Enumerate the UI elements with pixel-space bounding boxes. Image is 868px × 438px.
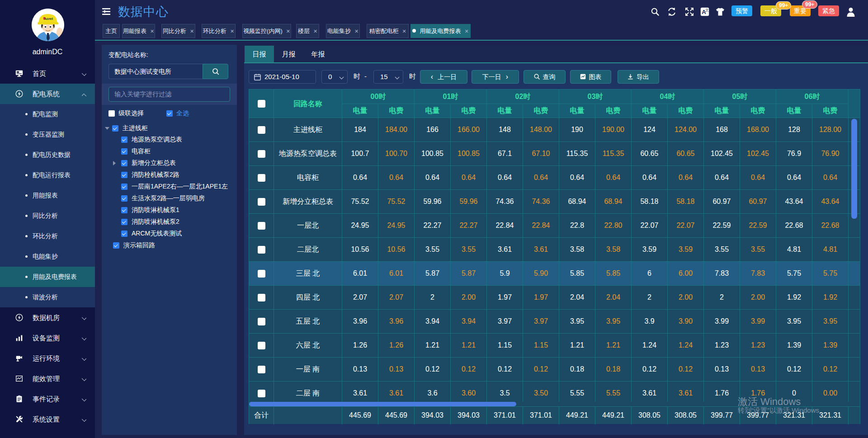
svg-text:文: 文 [705,8,709,12]
